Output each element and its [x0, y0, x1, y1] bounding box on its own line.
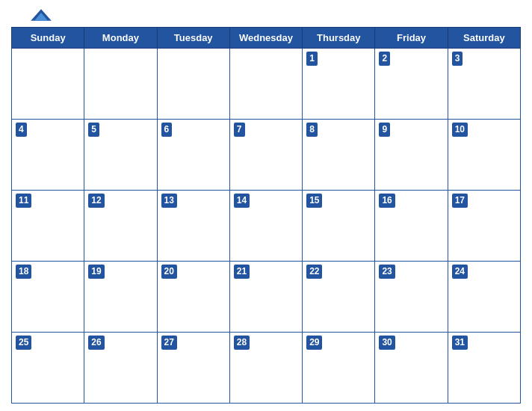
- weekday-header-wednesday: Wednesday: [229, 28, 302, 49]
- day-number: 20: [161, 265, 177, 279]
- weekday-header-sunday: Sunday: [12, 28, 84, 49]
- day-number: 24: [452, 265, 468, 279]
- calendar-cell: 3: [448, 49, 520, 120]
- calendar-cell: 17: [448, 191, 520, 262]
- day-number: 2: [379, 52, 390, 66]
- calendar-cell: 19: [84, 262, 157, 333]
- weekday-header-monday: Monday: [84, 28, 157, 49]
- calendar-cell: 28: [229, 333, 302, 404]
- calendar-cell: 15: [303, 191, 375, 262]
- day-number: 4: [16, 123, 27, 137]
- days-header-row: SundayMondayTuesdayWednesdayThursdayFrid…: [12, 28, 521, 49]
- day-number: 8: [306, 123, 318, 137]
- day-number: 27: [161, 336, 177, 350]
- calendar-cell: 22: [303, 262, 375, 333]
- calendar-cell: 27: [157, 333, 229, 404]
- day-number: 10: [452, 123, 468, 137]
- calendar-cell: 12: [84, 191, 157, 262]
- day-number: 15: [306, 194, 322, 208]
- calendar-cell: 4: [12, 120, 84, 191]
- calendar-cell: [12, 49, 84, 120]
- day-number: 12: [88, 194, 104, 208]
- day-number: 25: [16, 336, 31, 350]
- calendar-cell: 7: [229, 120, 302, 191]
- calendar-cell: 14: [229, 191, 302, 262]
- calendar-cell: 9: [375, 120, 448, 191]
- weekday-header-thursday: Thursday: [303, 28, 375, 49]
- week-row-5: 25262728293031: [12, 333, 521, 404]
- week-row-2: 45678910: [12, 120, 521, 191]
- calendar-cell: [229, 49, 302, 120]
- calendar-cell: 5: [84, 120, 157, 191]
- day-number: 7: [234, 123, 245, 137]
- calendar-cell: 16: [375, 191, 448, 262]
- weekday-header-tuesday: Tuesday: [157, 28, 229, 49]
- day-number: 18: [16, 265, 31, 279]
- day-number: 13: [161, 194, 177, 208]
- calendar-cell: 31: [448, 333, 520, 404]
- day-number: 30: [379, 336, 395, 350]
- calendar-cell: 2: [375, 49, 448, 120]
- calendar-cell: 8: [303, 120, 375, 191]
- calendar-cell: 26: [84, 333, 157, 404]
- calendar-cell: 6: [157, 120, 229, 191]
- week-row-1: 123: [12, 49, 521, 120]
- calendar-cell: 25: [12, 333, 84, 404]
- calendar-cell: [84, 49, 157, 120]
- day-number: 6: [161, 123, 173, 137]
- day-number: 3: [452, 52, 463, 66]
- calendar-cell: 13: [157, 191, 229, 262]
- calendar-cell: 20: [157, 262, 229, 333]
- week-row-3: 11121314151617: [12, 191, 521, 262]
- day-number: 29: [306, 336, 322, 350]
- day-number: 9: [379, 123, 390, 137]
- day-number: 11: [16, 194, 31, 208]
- day-number: 5: [88, 123, 99, 137]
- day-number: 26: [88, 336, 104, 350]
- day-number: 16: [379, 194, 395, 208]
- day-number: 1: [306, 52, 318, 66]
- day-number: 17: [452, 194, 468, 208]
- weekday-header-saturday: Saturday: [448, 28, 520, 49]
- country-label: [461, 7, 521, 10]
- calendar-table: SundayMondayTuesdayWednesdayThursdayFrid…: [11, 27, 521, 404]
- calendar-cell: 18: [12, 262, 84, 333]
- calendar-cell: 21: [229, 262, 302, 333]
- day-number: 23: [379, 265, 395, 279]
- calendar-cell: 30: [375, 333, 448, 404]
- calendar-header: [11, 7, 521, 22]
- logo-area: [11, 7, 71, 22]
- calendar-cell: 1: [303, 49, 375, 120]
- weekday-header-friday: Friday: [375, 28, 448, 49]
- calendar-cell: [157, 49, 229, 120]
- day-number: 31: [452, 336, 468, 350]
- day-number: 14: [234, 194, 250, 208]
- week-row-4: 18192021222324: [12, 262, 521, 333]
- calendar-cell: 11: [12, 191, 84, 262]
- calendar-cell: 29: [303, 333, 375, 404]
- general-blue-logo-icon: [30, 7, 52, 22]
- day-number: 21: [234, 265, 250, 279]
- calendar-cell: 24: [448, 262, 520, 333]
- calendar-cell: 10: [448, 120, 520, 191]
- day-number: 28: [234, 336, 250, 350]
- day-number: 22: [306, 265, 322, 279]
- calendar-cell: 23: [375, 262, 448, 333]
- day-number: 19: [88, 265, 104, 279]
